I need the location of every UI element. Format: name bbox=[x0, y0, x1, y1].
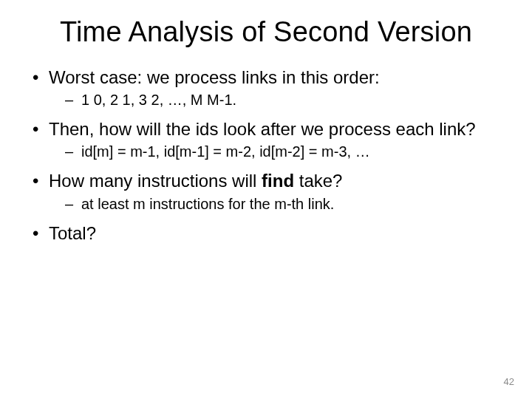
bullet-item: Worst case: we process links in this ord… bbox=[30, 66, 502, 110]
bullet-text: Worst case: we process links in this ord… bbox=[49, 67, 380, 87]
bullet-text: Then, how will the ids look after we pro… bbox=[49, 119, 476, 139]
sub-list: at least m instructions for the m-th lin… bbox=[49, 194, 502, 214]
sub-list: id[m] = m-1, id[m-1] = m-2, id[m-2] = m-… bbox=[49, 142, 502, 162]
sub-text: id[m] = m-1, id[m-1] = m-2, id[m-2] = m-… bbox=[81, 143, 370, 160]
bullet-text: Total? bbox=[49, 223, 96, 243]
bullet-item: Total? bbox=[30, 222, 502, 245]
slide: Time Analysis of Second Version Worst ca… bbox=[0, 0, 532, 399]
sub-item: id[m] = m-1, id[m-1] = m-2, id[m-2] = m-… bbox=[49, 142, 502, 162]
sub-list: 1 0, 2 1, 3 2, …, M M-1. bbox=[49, 90, 502, 110]
bullet-text-pre: How many instructions will bbox=[49, 171, 262, 191]
slide-title: Time Analysis of Second Version bbox=[30, 16, 502, 48]
sub-item: at least m instructions for the m-th lin… bbox=[49, 194, 502, 214]
bullet-list: Worst case: we process links in this ord… bbox=[30, 66, 502, 245]
bullet-item: Then, how will the ids look after we pro… bbox=[30, 117, 502, 162]
page-number: 42 bbox=[504, 376, 514, 387]
sub-item: 1 0, 2 1, 3 2, …, M M-1. bbox=[49, 90, 502, 110]
sub-text: at least m instructions for the m-th lin… bbox=[81, 196, 334, 212]
bullet-text-bold: find bbox=[262, 171, 294, 191]
bullet-text-post: take? bbox=[294, 171, 342, 191]
sub-text: 1 0, 2 1, 3 2, …, M M-1. bbox=[81, 92, 236, 108]
bullet-item: How many instructions will find take? at… bbox=[30, 169, 502, 214]
